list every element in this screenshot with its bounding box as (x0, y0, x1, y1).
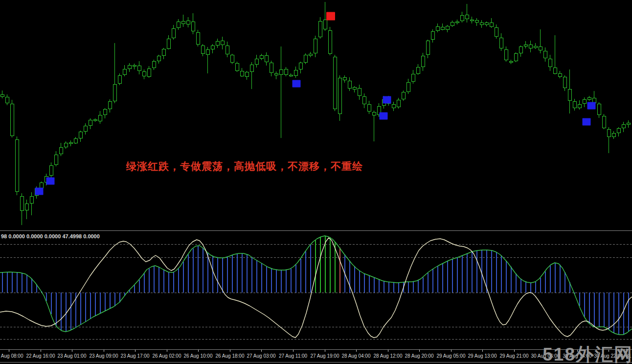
indicator-values-label: 98 0.0000 0.0000 0.0000 47.4998 0.0000 (1, 233, 100, 239)
candle-body (137, 66, 141, 71)
candle-body (348, 81, 351, 88)
candle-body (367, 105, 371, 112)
candle-body (181, 22, 185, 23)
candle-body (142, 71, 146, 76)
candle-body (84, 126, 87, 131)
buy-signal-square-marker (46, 178, 55, 185)
axis-tick (388, 350, 388, 352)
candle-body (421, 56, 425, 67)
price-chart-panel[interactable] (0, 0, 632, 230)
candle-body (402, 92, 405, 99)
candle-body (460, 15, 464, 21)
oscillator-layer (0, 231, 632, 349)
candle-body (436, 26, 439, 30)
candle-body (113, 85, 116, 101)
candle-body (485, 23, 488, 25)
axis-tick (230, 350, 230, 352)
candle-body (10, 104, 14, 136)
trading-chart-window: 绿涨红跌，专做震荡，高抛低吸，不漂移，不重绘 98 0.0000 0.0000 … (0, 0, 632, 364)
sell-signal-square-marker (326, 12, 335, 21)
candle-body (573, 101, 576, 108)
candle-body (578, 104, 581, 108)
candle-body (89, 120, 92, 125)
window-bottom-border (0, 362, 632, 363)
axis-tick (135, 350, 135, 352)
candle-body (177, 22, 180, 28)
axis-tick (261, 350, 262, 352)
buy-signal-square-marker (35, 188, 44, 195)
candle-body (504, 49, 508, 60)
axis-tick (167, 350, 167, 352)
candle-body (568, 89, 571, 100)
candle-body (509, 61, 513, 62)
candle-body (397, 100, 400, 107)
candle-body (235, 64, 239, 71)
axis-tick (514, 350, 515, 352)
candle-body (392, 104, 395, 108)
candle-body (543, 51, 547, 58)
candle-body (191, 22, 195, 31)
candle-body (455, 22, 459, 23)
candle-body (265, 55, 268, 62)
buy-signal-square-marker (583, 118, 591, 126)
axis-tick (72, 350, 72, 352)
candle-body (343, 77, 346, 80)
candle-body (74, 138, 77, 143)
candle-body (98, 115, 102, 121)
candle-body (353, 88, 356, 89)
indicator-panel[interactable] (0, 231, 632, 349)
candle-body (162, 49, 165, 56)
candle-body (157, 56, 160, 61)
candle-body (226, 46, 229, 54)
candle-body (499, 38, 503, 48)
candle-body (372, 112, 376, 115)
candle-body (30, 197, 33, 204)
candle-body (5, 97, 9, 103)
candle-body (279, 69, 283, 74)
candle-body (79, 132, 82, 138)
candle-body (49, 166, 53, 175)
candle-body (274, 74, 278, 75)
candle-body (524, 45, 527, 46)
candle-body (40, 182, 43, 188)
candle-body (201, 46, 204, 53)
candle-body (475, 21, 478, 23)
candle-body (284, 69, 288, 75)
candle-body (108, 102, 112, 109)
candle-body (602, 116, 606, 128)
candle-body (539, 46, 542, 50)
indicator-green-line (0, 236, 632, 335)
candle-body (558, 73, 562, 76)
candle-body (519, 46, 522, 53)
candle-body (431, 31, 434, 39)
candle-body (245, 72, 248, 77)
candle-body (230, 55, 234, 63)
candle-body (318, 22, 322, 37)
axis-tick (356, 350, 357, 352)
candle-body (446, 26, 449, 29)
candle-body (451, 23, 454, 26)
candle-body (206, 49, 209, 54)
axis-tick (482, 350, 483, 352)
candle-body (304, 55, 307, 62)
candle-body (480, 23, 483, 25)
candle-body (54, 155, 58, 164)
candle-body (328, 31, 332, 54)
candle-body (411, 74, 415, 81)
candle-body (211, 46, 214, 49)
axis-tick (419, 350, 420, 352)
candle-body (534, 46, 537, 48)
candle-body (323, 20, 327, 29)
watermark: 518外汇网 (542, 342, 632, 364)
candle-body (299, 63, 302, 69)
candle-body (338, 78, 341, 114)
candle-body (587, 98, 591, 99)
candle-body (289, 75, 293, 76)
candle-body (358, 89, 361, 96)
buy-signal-square-marker (293, 80, 301, 88)
candle-body (118, 75, 121, 83)
candle-body (627, 123, 630, 124)
candle-body (186, 21, 190, 24)
axis-tick (9, 350, 9, 352)
candle-body (583, 100, 586, 104)
